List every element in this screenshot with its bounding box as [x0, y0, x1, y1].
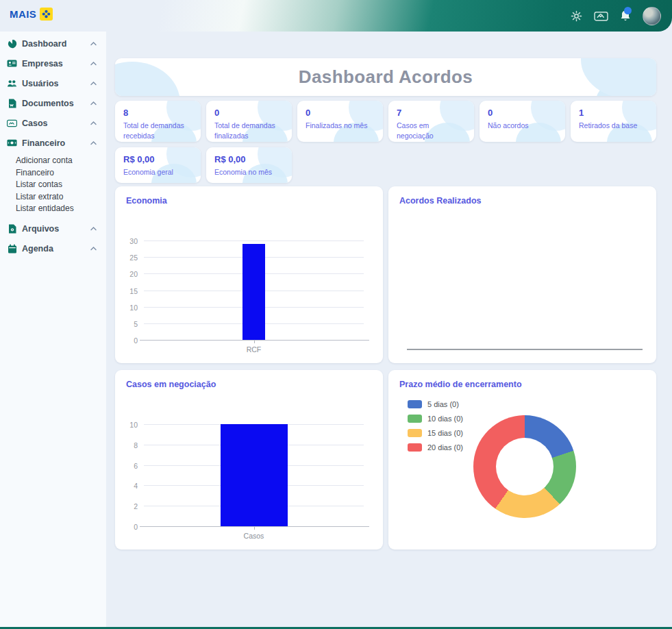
chart-title: Prazo médio de encerramento — [399, 380, 522, 389]
x-category-label: Casos — [144, 532, 364, 540]
stat-value: R$ 0,00 — [214, 154, 285, 164]
legend-label: 15 dias (0) — [427, 429, 463, 437]
legend-item[interactable]: 10 dias (0) — [408, 415, 463, 423]
legend-swatch — [408, 429, 422, 437]
chevron-up-icon[interactable] — [90, 62, 97, 66]
legend-label: 5 dias (0) — [427, 400, 459, 408]
avatar-image — [643, 7, 661, 25]
y-tick-label: 8 — [134, 441, 138, 449]
id-card-icon — [7, 59, 17, 68]
sidebar-item-empresas[interactable]: Empresas — [0, 53, 106, 73]
stat-label: Total de demandas finalizadas — [214, 121, 285, 140]
y-tick-label: 10 — [129, 304, 138, 312]
sidebar-item-arquivos[interactable]: Arquivos — [0, 219, 106, 239]
x-tick-mark — [254, 341, 255, 343]
x-axis-line — [140, 340, 369, 341]
sidebar-item-agenda[interactable]: Agenda — [0, 239, 106, 259]
legend-swatch — [408, 443, 422, 452]
chevron-up-icon[interactable] — [90, 247, 97, 251]
sidebar-item-usuarios[interactable]: Usuários — [0, 73, 106, 93]
donut-hole — [496, 438, 553, 495]
y-tick-label: 4 — [134, 482, 138, 490]
sidebar-item-label: Documentos — [22, 99, 74, 108]
donut-legend: 5 dias (0)10 dias (0)15 dias (0)20 dias … — [408, 400, 463, 458]
chevron-up-icon[interactable] — [90, 121, 97, 125]
x-tick-mark — [254, 527, 255, 530]
settings-icon[interactable] — [571, 10, 582, 22]
sidebar-subitem-adicionar-conta[interactable]: Adicionar conta — [0, 155, 106, 167]
decorative-blob — [596, 81, 644, 96]
chart-card-economia: Economia 051015202530RCF — [115, 186, 383, 363]
sidebar-item-label: Empresas — [22, 59, 63, 69]
top-header: MAIS — [0, 0, 672, 32]
stat-label: Retirados da base — [579, 121, 649, 131]
prazo-medio-donut-chart: 5 dias (0)10 dias (0)15 dias (0)20 dias … — [388, 370, 656, 550]
sidebar-subitem-listar-entidades[interactable]: Listar entidades — [0, 203, 106, 215]
stat-value: 0 — [488, 108, 558, 118]
chart-card-acordos-realizados: Acordos Realizados — [388, 186, 656, 363]
stat-value: 1 — [579, 108, 649, 118]
donut-ring — [473, 415, 576, 518]
legend-swatch — [408, 415, 422, 423]
stat-value: 0 — [306, 108, 376, 118]
stat-label: Finalizadas no mês — [306, 121, 376, 131]
legend-label: 20 dias (0) — [427, 443, 463, 452]
sidebar-item-label: Usuários — [22, 79, 59, 88]
notifications-bell-icon[interactable] — [620, 10, 631, 22]
chevron-up-icon[interactable] — [90, 227, 97, 231]
chevron-up-icon[interactable] — [90, 141, 97, 145]
financeiro-submenu: Adicionar conta Financeiro Listar contas… — [0, 153, 106, 219]
gridline — [144, 241, 364, 241]
sidebar-subitem-listar-contas[interactable]: Listar contas — [0, 179, 106, 191]
document-icon — [7, 99, 17, 108]
x-axis-line — [140, 526, 369, 527]
bar-Casos — [221, 424, 288, 526]
sidebar-item-casos[interactable]: Casos — [0, 113, 106, 133]
sidebar-item-financeiro[interactable]: Financeiro — [0, 133, 106, 153]
stat-card-nao-acordos: 0 Não acordos — [480, 101, 565, 142]
cases-handshake-icon[interactable] — [594, 10, 608, 22]
y-tick-label: 30 — [129, 237, 138, 245]
y-tick-label: 6 — [134, 462, 138, 470]
chart-title: Acordos Realizados — [399, 196, 481, 206]
stat-value: 0 — [214, 108, 285, 118]
y-tick-label: 10 — [129, 421, 138, 429]
sidebar-item-label: Financeiro — [22, 138, 65, 148]
y-tick-label: 15 — [129, 287, 138, 295]
legend-swatch — [408, 400, 422, 408]
legend-item[interactable]: 15 dias (0) — [408, 429, 463, 437]
stat-card-casos-negociacao: 7 Casos em negociação — [388, 101, 474, 142]
sidebar-subitem-financeiro[interactable]: Financeiro — [0, 167, 106, 180]
profile-avatar[interactable] — [643, 7, 661, 25]
economia-bar-chart: 051015202530RCF — [115, 186, 383, 363]
stat-value: 8 — [123, 108, 194, 118]
acordos-realizados-chart — [388, 186, 656, 363]
money-icon — [7, 139, 17, 147]
stat-label: Economia no mês — [214, 167, 285, 177]
plot-area: 051015202530RCF — [144, 241, 364, 341]
stat-label: Economia geral — [123, 167, 194, 177]
page-title-card: Dashboard Acordos — [115, 58, 656, 96]
chevron-up-icon[interactable] — [90, 82, 97, 86]
legend-item[interactable]: 5 dias (0) — [408, 400, 463, 408]
chart-title: Economia — [126, 196, 167, 206]
sidebar-item-label: Arquivos — [22, 224, 59, 234]
y-tick-label: 20 — [129, 270, 138, 278]
stat-card-finalizadas-mes: 0 Finalizadas no mês — [297, 101, 383, 142]
chevron-up-icon[interactable] — [90, 101, 97, 106]
empty-chart-axis-line — [407, 349, 643, 350]
legend-item[interactable]: 20 dias (0) — [408, 443, 463, 452]
users-icon — [7, 79, 17, 88]
y-tick-label: 25 — [129, 254, 138, 262]
plot-area: 0246810Casos — [144, 425, 364, 527]
stat-label: Casos em negociação — [397, 121, 467, 140]
sidebar-item-documentos[interactable]: Documentos — [0, 93, 106, 113]
casos-bar-chart: 0246810Casos — [115, 370, 383, 550]
chart-card-prazo-medio: Prazo médio de encerramento 5 dias (0)10… — [388, 370, 656, 550]
sidebar-item-label: Agenda — [22, 244, 53, 254]
sidebar-item-dashboard[interactable]: Dashboard — [0, 34, 106, 53]
chevron-up-icon[interactable] — [90, 42, 97, 46]
sidebar-subitem-listar-extrato[interactable]: Listar extrato — [0, 191, 106, 204]
app-logo[interactable]: MAIS — [10, 8, 53, 21]
stat-value: R$ 0,00 — [123, 154, 194, 164]
